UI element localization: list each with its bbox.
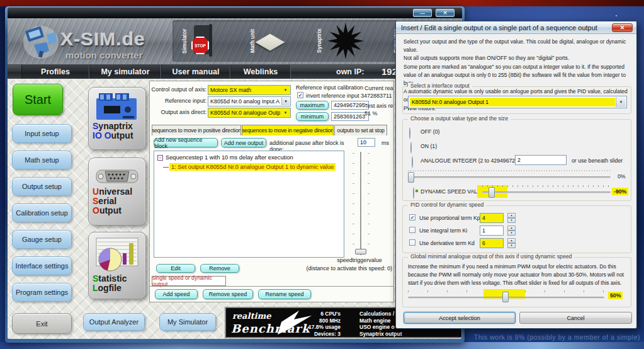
sidebar-item-calibration-setup[interactable]: Calibration setup: [12, 203, 72, 222]
menu-user-manual[interactable]: User manual: [161, 65, 230, 79]
menu-my-simulator[interactable]: My simulator: [89, 65, 161, 79]
kd-checkbox[interactable]: [409, 239, 415, 246]
ki-value-field[interactable]: 1: [480, 226, 504, 236]
sidebar-item-output-setup[interactable]: Output setup: [12, 177, 72, 196]
radio-off[interactable]: [409, 127, 410, 139]
dialog-intro-line: Select your output and the type of the o…: [404, 38, 632, 54]
pid-group: PID control for dynamic speed ✓ Use prop…: [402, 205, 631, 253]
sidebar-item-math-setup[interactable]: Math setup: [12, 151, 72, 169]
module-label-line: Synaptrix: [93, 122, 133, 131]
kp-checkbox[interactable]: ✓: [409, 214, 415, 220]
ki-spinner[interactable]: ▲▼: [507, 226, 516, 236]
insert-edit-dialog: Insert / Edit a single output or a singl…: [395, 21, 637, 329]
remove-button[interactable]: Remove: [200, 264, 239, 273]
tree-child-item[interactable]: 1: Set output K8055d Nr.0 analogue Outpu…: [169, 163, 336, 171]
output-axis-direct-combo[interactable]: K8055d Nr.0 analogue Output 1 ▼: [208, 108, 291, 118]
speedtrigger-slider[interactable]: [360, 152, 361, 255]
start-button[interactable]: Start: [13, 84, 63, 115]
sidebar-item-input-setup[interactable]: Input setup: [12, 124, 72, 143]
add-speed-button[interactable]: Add speed: [155, 289, 198, 299]
own-ip-label: own IP:: [336, 67, 364, 76]
dialog-close-button[interactable]: ✕: [612, 23, 633, 32]
sidebar-item-gauge-setup[interactable]: Gauge setup: [12, 230, 72, 249]
tree-collapse-icon[interactable]: −: [157, 155, 163, 161]
output-axis-direct-label: Output axis direct:: [151, 109, 206, 115]
synaptrix-star-icon[interactable]: [326, 21, 365, 60]
analogue-slider[interactable]: [408, 176, 611, 178]
minimum-value-field[interactable]: 2583691263: [331, 112, 369, 121]
tab-positive-direction[interactable]: sequences to move in positive direction: [152, 125, 241, 135]
combo-value: K8055d Nr.0 analog Input A1: [210, 98, 280, 105]
global-slider-thumb[interactable]: [502, 292, 509, 302]
dialog-titlebar[interactable]: Insert / Edit a single output or a singl…: [396, 21, 636, 34]
output-analyzer-button[interactable]: Output Analyzer: [83, 313, 145, 331]
vslider-ticks-right: [368, 153, 370, 253]
module-label-line: Serial: [93, 197, 132, 206]
dialog-intro-line: Not all outputs supports more than ON/OF…: [404, 54, 632, 62]
tree-root-item[interactable]: − Sequencestep 1 with 10 ms delay after …: [157, 154, 293, 161]
circuit-board-icon: [95, 92, 139, 122]
minimize-button[interactable]: —: [413, 9, 432, 17]
kp-value-field[interactable]: 4: [480, 213, 504, 223]
tab-outputs-at-stop[interactable]: outputs to set at stop: [334, 125, 387, 135]
app-header: X-SIM.de motion converter Simulator STOP…: [8, 18, 462, 65]
analogue-percent: 0%: [616, 173, 628, 180]
global-percent: 50%: [608, 292, 623, 299]
benchmark-brand-top: realtime: [232, 311, 271, 321]
kd-value-field[interactable]: 6: [480, 238, 504, 248]
invert-reference-checkbox[interactable]: ✓: [297, 92, 303, 98]
xsim-logo-icon: [21, 23, 60, 60]
cancel-button[interactable]: Cancel: [519, 312, 632, 324]
benchmark-stat: 800 MHz: [289, 318, 341, 324]
add-new-output-button[interactable]: Add new output: [221, 138, 266, 147]
kp-spinner[interactable]: ▲▼: [507, 213, 516, 223]
sidebar-item-program-settings[interactable]: Program settings: [12, 283, 72, 302]
analogue-value-field[interactable]: 2: [515, 155, 567, 165]
menu-weblinks[interactable]: Weblinks: [230, 65, 291, 79]
synaptrix-io-output-button[interactable]: Synaptrix IO Output: [88, 87, 146, 150]
my-simulator-button[interactable]: My Simulator: [159, 313, 216, 331]
exit-button[interactable]: Exit: [12, 313, 72, 334]
minimum-button[interactable]: minimum: [296, 112, 329, 121]
test-axis-result-label: Test axis resul: [364, 103, 394, 109]
global-minimum-text: Increase the minimum if you need a minim…: [408, 263, 627, 287]
maximum-button[interactable]: maximum: [296, 101, 329, 110]
dynamic-slider-thumb[interactable]: [489, 187, 495, 198]
spinner-up-icon: ▲: [507, 238, 516, 243]
radio-analogue-integer[interactable]: [412, 156, 413, 168]
interface-output-combo[interactable]: K8055d Nr.0 analogue Output 1 ▼: [408, 96, 627, 108]
tab-negative-direction[interactable]: sequences to move in negative direction: [242, 125, 334, 135]
control-output-axis-combo[interactable]: Motore SX math ▼: [208, 85, 291, 95]
math-unit-chip-icon[interactable]: [255, 33, 285, 51]
pause-value-field[interactable]: 10: [358, 138, 375, 147]
global-minimum-group-label: Global minimal analogue output of this a…: [408, 253, 574, 260]
accept-selection-button[interactable]: Accept selection: [404, 312, 516, 324]
kd-label: Use derivative term Kd: [419, 240, 475, 246]
rename-speed-button[interactable]: Rename speed: [258, 289, 311, 299]
radio-dynamic-speed[interactable]: [413, 187, 414, 199]
ki-checkbox[interactable]: [409, 227, 415, 233]
statistic-logfile-button[interactable]: Statistic Logfile: [88, 232, 146, 299]
dynamic-slider-ticks: [482, 185, 611, 187]
maximum-value-field[interactable]: 4294967295: [331, 101, 369, 110]
menu-profiles[interactable]: Profiles: [21, 65, 89, 79]
desktop-bottom-band: [0, 342, 644, 349]
reference-input-combo[interactable]: K8055d Nr.0 analog Input A1 ▼: [208, 96, 291, 106]
sidebar-item-interface-settings[interactable]: Interface settings: [12, 256, 72, 275]
spinner-up-icon: ▲: [507, 213, 516, 218]
combo-value: Motore SX math: [210, 87, 280, 93]
edit-button[interactable]: Edit: [156, 264, 195, 273]
synaptrix-label: Synaptrix: [316, 23, 322, 59]
window-close-button[interactable]: ✕: [436, 9, 455, 17]
universal-serial-output-button[interactable]: Universal Serial Output: [88, 157, 146, 226]
radio-on[interactable]: [410, 142, 412, 154]
analogue-slider-thumb[interactable]: [408, 172, 414, 183]
module-label-line: Output: [93, 206, 132, 215]
current-real-value: 3472883711: [361, 93, 394, 99]
add-sequence-block-button[interactable]: Add new sequence block: [154, 138, 218, 147]
kd-spinner[interactable]: ▲▼: [507, 238, 516, 248]
dynamic-slider[interactable]: [482, 192, 611, 193]
remove-speed-button[interactable]: Remove speed: [203, 289, 253, 299]
speedtrigger-slider-thumb[interactable]: [355, 249, 366, 255]
tab-single-speed[interactable]: single speed or dynamic output: [152, 276, 226, 286]
